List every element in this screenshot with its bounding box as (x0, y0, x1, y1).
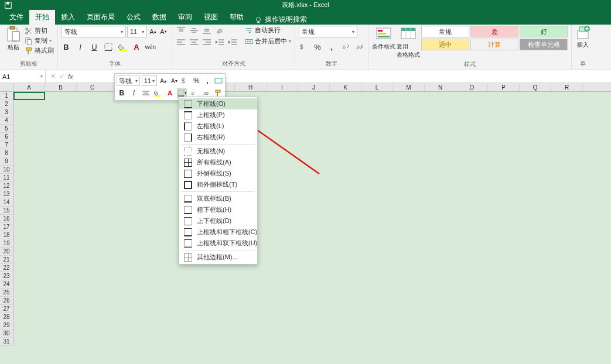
col-header-B[interactable]: B (45, 83, 77, 91)
tab-home[interactable]: 开始 (29, 10, 55, 25)
row-header[interactable]: 28 (0, 313, 13, 321)
row-header[interactable]: 15 (0, 207, 13, 215)
menu-more-borders[interactable]: 其他边框(M)... (179, 252, 257, 263)
col-header-K[interactable]: K (330, 83, 361, 91)
menu-thick-outside[interactable]: 粗外侧框线(T) (179, 179, 257, 190)
row-header[interactable]: 20 (0, 248, 13, 256)
orientation-button[interactable]: ab (214, 26, 225, 35)
border-button[interactable] (104, 42, 113, 51)
tell-me-search[interactable]: 操作说明搜索 (254, 15, 307, 25)
select-all-corner[interactable] (0, 83, 13, 91)
tab-help[interactable]: 帮助 (224, 10, 250, 25)
style-neutral[interactable]: 适中 (421, 39, 469, 50)
row-header[interactable]: 13 (0, 190, 13, 198)
decrease-indent-button[interactable] (214, 37, 225, 47)
align-left-button[interactable] (176, 37, 186, 47)
increase-font-button[interactable]: A▴ (148, 27, 158, 36)
tab-layout[interactable]: 页面布局 (81, 10, 121, 25)
number-format-combo[interactable]: 常规▾ (299, 26, 357, 37)
row-header[interactable]: 25 (0, 289, 13, 297)
align-center-button[interactable] (189, 37, 199, 47)
insert-cells-button[interactable]: 插入 (575, 26, 590, 49)
style-calc[interactable]: 计算 (470, 39, 518, 50)
row-header[interactable]: 24 (0, 280, 13, 289)
col-header-C[interactable]: C (77, 83, 108, 91)
format-as-table-button[interactable]: 套用 表格格式 (397, 26, 420, 59)
menu-top-bottom[interactable]: 上下框线(D) (179, 215, 257, 226)
tab-view[interactable]: 视图 (198, 10, 224, 25)
mini-bold-button[interactable]: B (117, 88, 127, 98)
col-header-H[interactable]: H (235, 83, 267, 91)
row-header[interactable]: 23 (0, 272, 13, 280)
col-header-J[interactable]: J (298, 83, 330, 91)
decrease-font-button[interactable]: A▾ (159, 27, 168, 36)
currency-button[interactable]: $ (299, 42, 308, 51)
style-bad[interactable]: 差 (470, 26, 518, 37)
menu-thick-bottom[interactable]: 粗下框线(H) (179, 204, 257, 215)
mini-size-combo[interactable]: 11▾ (142, 75, 157, 86)
row-header[interactable]: 6 (0, 133, 13, 141)
copy-button[interactable]: 复制▾ (25, 36, 54, 46)
row-header[interactable]: 30 (0, 329, 13, 338)
row-header[interactable]: 17 (0, 223, 13, 231)
increase-decimals-button[interactable]: .0 (341, 42, 350, 51)
row-header[interactable]: 31 (0, 338, 13, 346)
menu-bottom-border[interactable]: 下框线(O) (179, 98, 257, 109)
mini-font-color-button[interactable]: A (165, 88, 175, 98)
percent-button[interactable]: % (313, 42, 322, 51)
row-header[interactable]: 14 (0, 198, 13, 207)
menu-all-borders[interactable]: 所有框线(A) (179, 157, 257, 168)
phonetic-button[interactable]: wén (146, 42, 155, 51)
row-header[interactable]: 11 (0, 174, 13, 182)
col-header-A[interactable]: A (13, 83, 45, 91)
style-check[interactable]: 检查单元格 (520, 39, 568, 50)
format-painter-button[interactable]: 格式刷 (25, 46, 54, 56)
row-header[interactable]: 5 (0, 125, 13, 133)
align-bottom-button[interactable] (202, 26, 212, 35)
save-icon[interactable] (5, 2, 12, 9)
name-box[interactable]: A1▾ (0, 71, 46, 83)
col-header-O[interactable]: O (456, 83, 488, 91)
row-header[interactable]: 1 (0, 92, 13, 100)
mini-comma-button[interactable]: , (203, 75, 212, 86)
style-good[interactable]: 好 (520, 26, 568, 37)
row-header[interactable]: 29 (0, 321, 13, 329)
row-header[interactable]: 4 (0, 116, 13, 125)
mini-currency-button[interactable]: $ (180, 75, 190, 86)
mini-italic-button[interactable]: I (129, 88, 139, 98)
mini-dec-font-button[interactable]: A▾ (169, 75, 179, 86)
mini-inc-font-button[interactable]: A▴ (159, 75, 168, 86)
cancel-formula-button[interactable]: ✕ (50, 73, 56, 80)
mini-percent-button[interactable]: % (192, 75, 201, 86)
tab-review[interactable]: 审阅 (172, 10, 198, 25)
row-header[interactable]: 26 (0, 297, 13, 305)
col-header-L[interactable]: L (361, 83, 393, 91)
cut-button[interactable]: 剪切 (25, 26, 54, 36)
style-normal[interactable]: 常规 (421, 26, 469, 37)
font-size-combo[interactable]: 11▾ (127, 26, 147, 37)
align-top-button[interactable] (176, 26, 186, 35)
font-name-combo[interactable]: 等线▾ (62, 26, 126, 37)
col-header-P[interactable]: P (488, 83, 520, 91)
merge-center-button[interactable]: 合并后居中▾ (245, 37, 291, 46)
paste-button[interactable]: 粘贴 (4, 26, 23, 51)
row-header[interactable]: 9 (0, 157, 13, 166)
row-header[interactable]: 12 (0, 182, 13, 190)
mini-font-combo[interactable]: 等线▾ (117, 75, 140, 86)
row-header[interactable]: 19 (0, 239, 13, 248)
col-header-R[interactable]: R (551, 83, 583, 91)
increase-indent-button[interactable] (227, 37, 238, 47)
mini-align-button[interactable] (141, 88, 151, 98)
row-header[interactable]: 3 (0, 108, 13, 116)
col-header-I[interactable]: I (267, 83, 298, 91)
row-header[interactable]: 10 (0, 166, 13, 174)
tab-file[interactable]: 文件 (4, 10, 29, 25)
underline-button[interactable]: U (90, 42, 99, 51)
row-header[interactable]: 7 (0, 141, 13, 149)
conditional-format-button[interactable]: 条件格式 (372, 26, 395, 51)
tab-data[interactable]: 数据 (146, 10, 172, 25)
row-header[interactable]: 22 (0, 264, 13, 272)
menu-outside-borders[interactable]: 外侧框线(S) (179, 168, 257, 179)
menu-double-bottom[interactable]: 双底框线(B) (179, 193, 257, 204)
bold-button[interactable]: B (62, 42, 71, 51)
